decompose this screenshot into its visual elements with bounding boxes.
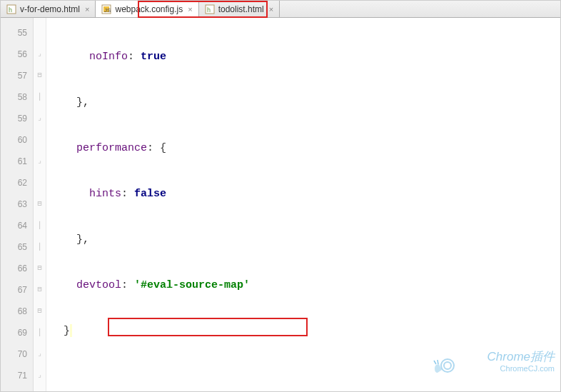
- line-number: 68: [1, 301, 33, 322]
- fold-marker: [34, 172, 46, 194]
- fold-guide: │: [34, 215, 46, 236]
- fold-end-icon[interactable]: ⌟: [34, 151, 46, 172]
- close-icon[interactable]: ×: [84, 5, 91, 14]
- tab-v-for-demo[interactable]: h v-for-demo.html ×: [1, 1, 96, 17]
- code-line: devtool: '#eval-source-map': [51, 275, 560, 296]
- line-number: 63: [1, 194, 33, 215]
- fold-end-icon[interactable]: ⌟: [34, 343, 46, 365]
- editor-area: 55 56 57 58 59 60 61 62 63 64 65 66 67 6…: [1, 18, 560, 391]
- code-line: noInfo: true: [51, 46, 560, 68]
- fold-guide: │: [34, 86, 46, 108]
- line-number: 69: [1, 322, 33, 343]
- fold-collapse-icon[interactable]: ⊟: [34, 258, 46, 279]
- line-number: 71: [1, 365, 33, 386]
- fold-collapse-icon[interactable]: ⊟: [34, 279, 46, 301]
- svg-text:h: h: [9, 6, 12, 14]
- tab-webpack-config[interactable]: JS webpack.config.js ×: [96, 1, 198, 17]
- fold-end-icon[interactable]: ⌟: [34, 365, 46, 386]
- line-number: 64: [1, 215, 33, 236]
- text-caret: [70, 324, 72, 337]
- code-line: [51, 366, 560, 388]
- line-number: 59: [1, 108, 33, 129]
- line-number-gutter: 55 56 57 58 59 60 61 62 63 64 65 66 67 6…: [1, 18, 34, 391]
- code-line: hints: false: [51, 184, 560, 205]
- code-line: },: [51, 229, 560, 251]
- js-file-icon: JS: [101, 4, 111, 14]
- tab-label: todolist.html: [218, 4, 264, 14]
- tab-todolist[interactable]: h todolist.html ×: [199, 1, 280, 17]
- line-number: 67: [1, 279, 33, 301]
- fold-guide: │: [34, 236, 46, 258]
- code-editor[interactable]: noInfo: true }, performance: { hints: fa…: [46, 18, 560, 391]
- line-number: 66: [1, 258, 33, 279]
- fold-marker: [34, 22, 46, 44]
- svg-text:JS: JS: [104, 7, 111, 14]
- html-file-icon: h: [205, 4, 215, 14]
- line-number: 61: [1, 151, 33, 172]
- fold-end-icon[interactable]: ⌟: [34, 108, 46, 129]
- fold-guide: │: [34, 322, 46, 343]
- svg-text:h: h: [207, 6, 211, 14]
- line-number: 70: [1, 343, 33, 365]
- close-icon[interactable]: ×: [186, 5, 193, 14]
- code-line: }: [51, 321, 560, 342]
- line-number: 62: [1, 172, 33, 194]
- tab-label: webpack.config.js: [115, 4, 183, 14]
- fold-marker: [34, 129, 46, 151]
- fold-collapse-icon[interactable]: ⊟: [34, 65, 46, 86]
- code-line: },: [51, 92, 560, 114]
- code-line: performance: {: [51, 138, 560, 159]
- html-file-icon: h: [6, 4, 16, 14]
- fold-gutter: ⌟ ⊟ │ ⌟ ⌟ ⊟ │ │ ⊟ ⊟ ⊟ │ ⌟ ⌟: [34, 18, 46, 391]
- line-number: 65: [1, 236, 33, 258]
- fold-collapse-icon[interactable]: ⊟: [34, 194, 46, 215]
- close-icon[interactable]: ×: [268, 5, 275, 14]
- line-number: 56: [1, 44, 33, 65]
- fold-end-icon[interactable]: ⌟: [34, 44, 46, 65]
- tab-label: v-for-demo.html: [20, 4, 80, 14]
- fold-collapse-icon[interactable]: ⊟: [34, 301, 46, 322]
- tab-bar: h v-for-demo.html × JS webpack.config.js…: [1, 1, 560, 18]
- line-number: 58: [1, 86, 33, 108]
- line-number: 55: [1, 22, 33, 44]
- line-number: 57: [1, 65, 33, 86]
- line-number: 60: [1, 129, 33, 151]
